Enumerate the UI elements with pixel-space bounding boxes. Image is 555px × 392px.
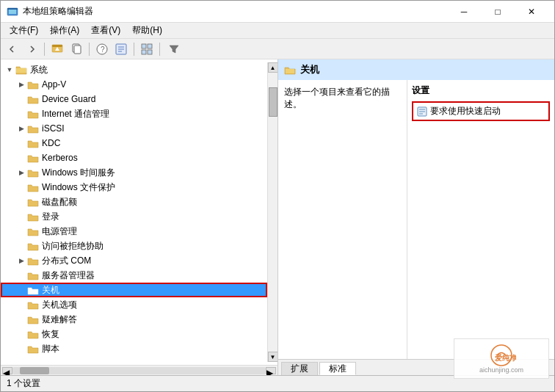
- folder-icon-dg: [27, 93, 39, 105]
- folder-icon-kerberos: [27, 152, 39, 164]
- tree-expand-iscsi[interactable]: ▶: [15, 123, 27, 134]
- scroll-down-arrow[interactable]: ▼: [268, 352, 278, 362]
- policy-icon: [417, 106, 427, 117]
- folder-icon-servermgr: [27, 269, 39, 281]
- menu-view[interactable]: 查看(V): [85, 23, 126, 38]
- svg-rect-1: [9, 10, 16, 14]
- tree-label-appv: App-V: [42, 79, 66, 90]
- watermark-url: aichunjing.com: [479, 366, 523, 374]
- tree-item-iscsi[interactable]: ▶ iSCSI: [1, 121, 267, 136]
- tree-item-wfile[interactable]: Windows 文件保护: [1, 180, 267, 195]
- tree-item-restore[interactable]: 恢复: [1, 327, 267, 341]
- minimize-button[interactable]: ─: [447, 1, 481, 23]
- menu-help[interactable]: 帮助(H): [126, 23, 168, 38]
- tree-item-login[interactable]: 登录: [1, 209, 267, 224]
- folder-open-icon: [15, 64, 27, 76]
- tree-item-dcom[interactable]: ▶ 分布式 COM: [1, 253, 267, 268]
- copy-icon: [70, 43, 82, 55]
- tree-expand-shutdown: [15, 284, 27, 296]
- folder-icon-access: [27, 240, 39, 252]
- tree-expand-internet: [15, 108, 27, 120]
- tree-item-internet[interactable]: Internet 通信管理: [1, 106, 267, 121]
- tree-item-troubleshoot[interactable]: 疑难解答: [1, 312, 267, 327]
- folder-icon-wtime: [27, 167, 39, 178]
- tree-item-wtime[interactable]: ▶ Windows 时间服务: [1, 165, 267, 180]
- svg-rect-15: [142, 50, 146, 54]
- folder-icon-disk: [27, 196, 39, 208]
- close-button[interactable]: ✕: [515, 1, 548, 23]
- status-text: 1 个设置: [7, 377, 40, 390]
- tab-standard[interactable]: 标准: [319, 362, 356, 375]
- hscroll-right[interactable]: ▶: [266, 367, 276, 374]
- tree-item-disk[interactable]: 磁盘配额: [1, 195, 267, 209]
- tree-label-servermgr: 服务器管理器: [42, 269, 95, 282]
- svg-rect-16: [148, 50, 152, 54]
- settings-item-fast-startup[interactable]: 要求使用快速启动: [412, 101, 550, 121]
- tree-expand-login: [15, 211, 27, 222]
- svg-rect-13: [142, 44, 146, 48]
- tree-label-wfile: Windows 文件保护: [42, 181, 115, 194]
- tree-label-dg: Device Guard: [42, 94, 95, 104]
- view-button[interactable]: [138, 41, 156, 57]
- tree-scroll-area: ▼ 系统 ▶ App-V: [1, 59, 278, 365]
- tree-item-access[interactable]: 访问被拒绝协助: [1, 239, 267, 253]
- tree-label-dcom: 分布式 COM: [42, 255, 91, 267]
- up-icon: [51, 43, 63, 55]
- tree-expand-shutdown-opts: [15, 299, 27, 311]
- forward-icon: [26, 44, 37, 54]
- back-button[interactable]: [4, 41, 21, 57]
- tree-item-shutdown-opts[interactable]: 关机选项: [1, 297, 267, 312]
- menu-action[interactable]: 操作(A): [44, 23, 85, 38]
- scroll-thumb[interactable]: [269, 87, 278, 117]
- hscroll-thumb[interactable]: [20, 367, 49, 374]
- maximize-button[interactable]: □: [481, 1, 515, 23]
- main-area: ▼ 系统 ▶ App-V: [1, 59, 554, 375]
- toolbar-sep-4: [159, 43, 160, 56]
- tree-item-kdc[interactable]: KDC: [1, 136, 267, 150]
- tree-vscrollbar[interactable]: ▲ ▼: [267, 62, 278, 362]
- hscroll-left[interactable]: ◀: [2, 367, 12, 374]
- tree-item-servermgr[interactable]: 服务器管理器: [1, 268, 267, 283]
- properties-icon: [115, 43, 127, 55]
- tree-item-appv[interactable]: ▶ App-V: [1, 77, 267, 92]
- folder-icon-power: [27, 225, 39, 237]
- tree-expand-appv[interactable]: ▶: [15, 79, 27, 90]
- tree-label-login: 登录: [42, 211, 59, 223]
- tree-item-device-guard[interactable]: Device Guard: [1, 92, 267, 106]
- title-controls: ─ □ ✕: [447, 1, 548, 23]
- tree-label-shutdown-opts: 关机选项: [42, 299, 77, 311]
- tree-item-shutdown[interactable]: 关机: [1, 283, 267, 297]
- main-window: 本地组策略编辑器 ─ □ ✕ 文件(F) 操作(A) 查看(V) 帮助(H): [0, 0, 555, 392]
- right-panel: 关机 选择一个项目来查看它的描述。 设置: [278, 59, 555, 375]
- tree-expand-dg: [15, 93, 27, 105]
- properties-button[interactable]: [112, 41, 130, 57]
- tree-hscrollbar[interactable]: ◀ ▶: [1, 365, 278, 375]
- tree-expand-access: [15, 240, 27, 252]
- tree-label-troubleshoot: 疑难解答: [42, 313, 77, 326]
- help-button[interactable]: ?: [93, 41, 111, 57]
- tree-item-power[interactable]: 电源管理: [1, 224, 267, 239]
- tree-expand-dcom[interactable]: ▶: [15, 255, 27, 266]
- menu-file[interactable]: 文件(F): [4, 23, 44, 38]
- tree-label-iscsi: iSCSI: [42, 123, 65, 134]
- folder-icon-wfile: [27, 181, 39, 193]
- tree-item-root[interactable]: ▼ 系统: [1, 62, 267, 77]
- scroll-track: [268, 73, 278, 352]
- hscroll-track: [12, 367, 266, 374]
- tree-expand-wtime[interactable]: ▶: [15, 167, 27, 178]
- tree-item-kerberos[interactable]: Kerberos: [1, 150, 267, 165]
- tree-expand-root[interactable]: ▼: [4, 64, 15, 76]
- filter-icon[interactable]: [167, 41, 181, 57]
- up-button[interactable]: [48, 41, 66, 57]
- forward-button[interactable]: [23, 41, 40, 57]
- right-settings-panel: 设置 要求使用快速启动: [407, 80, 554, 359]
- title-bar: 本地组策略编辑器 ─ □ ✕: [1, 1, 554, 23]
- copy-button[interactable]: [68, 41, 85, 57]
- scroll-up-arrow[interactable]: ▲: [268, 62, 278, 73]
- tab-expand[interactable]: 扩展: [281, 362, 318, 375]
- svg-rect-2: [7, 8, 18, 10]
- tree-label-kdc: KDC: [42, 138, 60, 148]
- right-content: 选择一个项目来查看它的描述。 设置 要求使用快速启动: [278, 80, 555, 359]
- toolbar-sep-2: [89, 43, 90, 56]
- tree-item-scripts[interactable]: 脚本: [1, 341, 267, 356]
